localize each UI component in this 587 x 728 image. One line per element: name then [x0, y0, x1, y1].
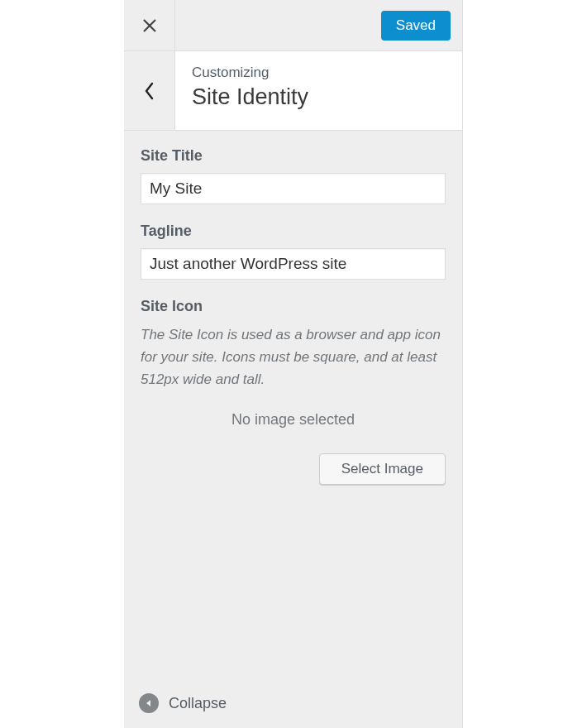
- select-image-button[interactable]: Select Image: [319, 453, 446, 485]
- page-title: Site Identity: [192, 84, 446, 110]
- header-text: Customizing Site Identity: [175, 51, 462, 130]
- triangle-left-icon: [145, 699, 153, 707]
- section-header: Customizing Site Identity: [124, 51, 462, 131]
- tagline-input[interactable]: [141, 248, 446, 280]
- collapse-label: Collapse: [169, 695, 227, 712]
- saved-button[interactable]: Saved: [381, 11, 451, 41]
- chevron-left-icon: [144, 82, 155, 100]
- no-image-text: No image selected: [141, 411, 446, 429]
- close-button[interactable]: [124, 0, 175, 50]
- collapse-toggle[interactable]: Collapse: [124, 682, 462, 728]
- select-image-row: Select Image: [141, 453, 446, 485]
- site-icon-description: The Site Icon is used as a browser and a…: [141, 323, 446, 391]
- close-icon: [141, 17, 158, 34]
- site-title-label: Site Title: [141, 147, 446, 165]
- header-sup: Customizing: [192, 65, 446, 81]
- site-title-input[interactable]: [141, 173, 446, 204]
- svg-marker-2: [146, 700, 150, 706]
- customizer-panel: Saved Customizing Site Identity Site Tit…: [124, 0, 463, 728]
- topbar: Saved: [124, 0, 462, 51]
- tagline-label: Tagline: [141, 223, 446, 240]
- site-icon-label: Site Icon: [141, 298, 446, 315]
- collapse-icon-circle: [139, 693, 159, 713]
- content: Site Title Tagline Site Icon The Site Ic…: [124, 131, 462, 682]
- topbar-fill: Saved: [175, 0, 462, 50]
- back-button[interactable]: [124, 51, 175, 130]
